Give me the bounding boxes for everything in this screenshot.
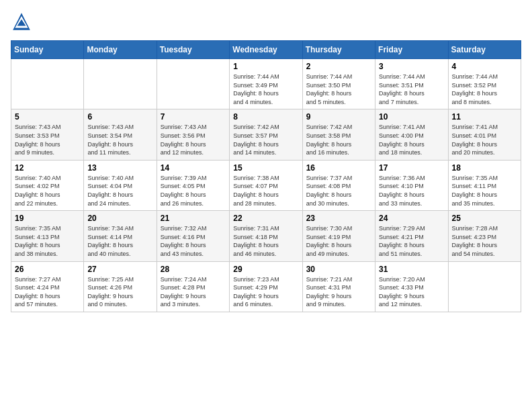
day-number: 15	[233, 163, 298, 173]
calendar-cell	[11, 59, 84, 109]
weekday-header: Sunday	[11, 41, 84, 59]
day-info: Sunrise: 7:40 AM Sunset: 4:04 PM Dayligh…	[87, 174, 152, 208]
weekday-header: Saturday	[448, 41, 521, 59]
page-header	[11, 11, 521, 32]
day-info: Sunrise: 7:37 AM Sunset: 4:08 PM Dayligh…	[306, 174, 371, 208]
calendar-cell: 16Sunrise: 7:37 AM Sunset: 4:08 PM Dayli…	[302, 160, 375, 210]
day-info: Sunrise: 7:30 AM Sunset: 4:19 PM Dayligh…	[306, 224, 371, 258]
day-number: 29	[233, 265, 298, 274]
calendar-cell: 31Sunrise: 7:20 AM Sunset: 4:33 PM Dayli…	[375, 261, 448, 312]
calendar-week-row: 5Sunrise: 7:43 AM Sunset: 3:53 PM Daylig…	[11, 109, 521, 160]
weekday-header: Friday	[375, 41, 448, 59]
day-info: Sunrise: 7:44 AM Sunset: 3:52 PM Dayligh…	[452, 73, 517, 106]
calendar-cell: 29Sunrise: 7:23 AM Sunset: 4:29 PM Dayli…	[230, 261, 302, 312]
day-info: Sunrise: 7:43 AM Sunset: 3:53 PM Dayligh…	[15, 123, 80, 156]
calendar-cell: 12Sunrise: 7:40 AM Sunset: 4:02 PM Dayli…	[11, 160, 84, 210]
day-number: 23	[306, 214, 371, 223]
day-info: Sunrise: 7:27 AM Sunset: 4:24 PM Dayligh…	[15, 275, 80, 309]
day-number: 12	[15, 163, 80, 173]
day-info: Sunrise: 7:43 AM Sunset: 3:56 PM Dayligh…	[161, 123, 226, 156]
day-info: Sunrise: 7:35 AM Sunset: 4:13 PM Dayligh…	[15, 224, 80, 258]
day-info: Sunrise: 7:40 AM Sunset: 4:02 PM Dayligh…	[15, 174, 80, 208]
day-number: 13	[87, 163, 152, 173]
day-number: 8	[233, 112, 298, 122]
day-number: 25	[452, 214, 517, 223]
calendar-cell: 27Sunrise: 7:25 AM Sunset: 4:26 PM Dayli…	[84, 261, 157, 312]
calendar-cell: 25Sunrise: 7:28 AM Sunset: 4:23 PM Dayli…	[448, 211, 521, 261]
calendar-cell: 7Sunrise: 7:43 AM Sunset: 3:56 PM Daylig…	[157, 109, 229, 160]
calendar-cell: 28Sunrise: 7:24 AM Sunset: 4:28 PM Dayli…	[157, 261, 229, 312]
day-info: Sunrise: 7:38 AM Sunset: 4:07 PM Dayligh…	[233, 174, 298, 208]
day-number: 3	[379, 62, 444, 71]
day-number: 1	[233, 62, 298, 71]
calendar-cell: 6Sunrise: 7:43 AM Sunset: 3:54 PM Daylig…	[84, 109, 157, 160]
calendar-cell: 11Sunrise: 7:41 AM Sunset: 4:01 PM Dayli…	[448, 109, 521, 160]
day-number: 24	[379, 214, 444, 223]
calendar-week-row: 1Sunrise: 7:44 AM Sunset: 3:49 PM Daylig…	[11, 59, 521, 109]
calendar-cell: 19Sunrise: 7:35 AM Sunset: 4:13 PM Dayli…	[11, 211, 84, 261]
day-number: 4	[452, 62, 517, 71]
weekday-header: Tuesday	[157, 41, 229, 59]
day-number: 10	[379, 112, 444, 122]
day-info: Sunrise: 7:44 AM Sunset: 3:51 PM Dayligh…	[379, 73, 444, 106]
calendar-week-row: 26Sunrise: 7:27 AM Sunset: 4:24 PM Dayli…	[11, 261, 521, 312]
day-number: 18	[452, 163, 517, 173]
day-number: 31	[379, 265, 444, 274]
day-info: Sunrise: 7:34 AM Sunset: 4:14 PM Dayligh…	[87, 224, 152, 258]
calendar-cell	[448, 261, 521, 312]
calendar-cell: 21Sunrise: 7:32 AM Sunset: 4:16 PM Dayli…	[157, 211, 229, 261]
day-number: 22	[233, 214, 298, 223]
day-info: Sunrise: 7:28 AM Sunset: 4:23 PM Dayligh…	[452, 224, 517, 258]
calendar-cell: 1Sunrise: 7:44 AM Sunset: 3:49 PM Daylig…	[230, 59, 302, 109]
day-number: 2	[306, 62, 371, 71]
day-number: 17	[379, 163, 444, 173]
day-number: 9	[306, 112, 371, 122]
calendar-cell: 23Sunrise: 7:30 AM Sunset: 4:19 PM Dayli…	[302, 211, 375, 261]
calendar-cell: 30Sunrise: 7:21 AM Sunset: 4:31 PM Dayli…	[302, 261, 375, 312]
weekday-header: Thursday	[302, 41, 375, 59]
day-info: Sunrise: 7:42 AM Sunset: 3:58 PM Dayligh…	[306, 123, 371, 156]
calendar-week-row: 12Sunrise: 7:40 AM Sunset: 4:02 PM Dayli…	[11, 160, 521, 210]
calendar-cell: 9Sunrise: 7:42 AM Sunset: 3:58 PM Daylig…	[302, 109, 375, 160]
day-info: Sunrise: 7:36 AM Sunset: 4:10 PM Dayligh…	[379, 174, 444, 208]
calendar-cell: 15Sunrise: 7:38 AM Sunset: 4:07 PM Dayli…	[230, 160, 302, 210]
calendar-cell: 10Sunrise: 7:41 AM Sunset: 4:00 PM Dayli…	[375, 109, 448, 160]
calendar-cell	[84, 59, 157, 109]
calendar-week-row: 19Sunrise: 7:35 AM Sunset: 4:13 PM Dayli…	[11, 211, 521, 261]
day-info: Sunrise: 7:43 AM Sunset: 3:54 PM Dayligh…	[87, 123, 152, 156]
logo-icon	[11, 11, 32, 32]
day-number: 20	[87, 214, 152, 223]
day-info: Sunrise: 7:42 AM Sunset: 3:57 PM Dayligh…	[233, 123, 298, 156]
day-info: Sunrise: 7:41 AM Sunset: 4:00 PM Dayligh…	[379, 123, 444, 156]
day-info: Sunrise: 7:44 AM Sunset: 3:50 PM Dayligh…	[306, 73, 371, 106]
day-number: 6	[87, 112, 152, 122]
day-number: 26	[15, 265, 80, 274]
day-info: Sunrise: 7:20 AM Sunset: 4:33 PM Dayligh…	[379, 275, 444, 309]
day-info: Sunrise: 7:23 AM Sunset: 4:29 PM Dayligh…	[233, 275, 298, 309]
day-number: 30	[306, 265, 371, 274]
day-info: Sunrise: 7:35 AM Sunset: 4:11 PM Dayligh…	[452, 174, 517, 208]
calendar-cell: 5Sunrise: 7:43 AM Sunset: 3:53 PM Daylig…	[11, 109, 84, 160]
day-info: Sunrise: 7:44 AM Sunset: 3:49 PM Dayligh…	[233, 73, 298, 106]
calendar-cell: 17Sunrise: 7:36 AM Sunset: 4:10 PM Dayli…	[375, 160, 448, 210]
calendar-cell: 13Sunrise: 7:40 AM Sunset: 4:04 PM Dayli…	[84, 160, 157, 210]
calendar-table: SundayMondayTuesdayWednesdayThursdayFrid…	[11, 40, 521, 312]
calendar-cell	[157, 59, 229, 109]
day-number: 5	[15, 112, 80, 122]
calendar-cell: 24Sunrise: 7:29 AM Sunset: 4:21 PM Dayli…	[375, 211, 448, 261]
day-number: 27	[87, 265, 152, 274]
calendar-cell: 18Sunrise: 7:35 AM Sunset: 4:11 PM Dayli…	[448, 160, 521, 210]
day-info: Sunrise: 7:41 AM Sunset: 4:01 PM Dayligh…	[452, 123, 517, 156]
day-info: Sunrise: 7:25 AM Sunset: 4:26 PM Dayligh…	[87, 275, 152, 309]
calendar-cell: 14Sunrise: 7:39 AM Sunset: 4:05 PM Dayli…	[157, 160, 229, 210]
day-number: 7	[161, 112, 226, 122]
day-info: Sunrise: 7:24 AM Sunset: 4:28 PM Dayligh…	[161, 275, 226, 309]
day-number: 11	[452, 112, 517, 122]
calendar-cell: 22Sunrise: 7:31 AM Sunset: 4:18 PM Dayli…	[230, 211, 302, 261]
day-info: Sunrise: 7:31 AM Sunset: 4:18 PM Dayligh…	[233, 224, 298, 258]
weekday-header: Wednesday	[230, 41, 302, 59]
day-info: Sunrise: 7:39 AM Sunset: 4:05 PM Dayligh…	[161, 174, 226, 208]
calendar-cell: 2Sunrise: 7:44 AM Sunset: 3:50 PM Daylig…	[302, 59, 375, 109]
logo	[11, 11, 35, 32]
calendar-cell: 26Sunrise: 7:27 AM Sunset: 4:24 PM Dayli…	[11, 261, 84, 312]
